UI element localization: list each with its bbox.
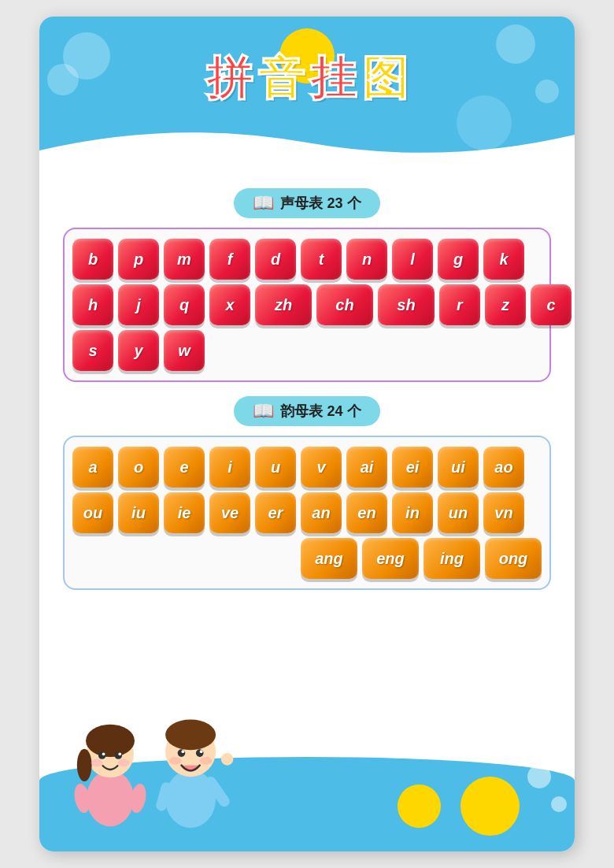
svg-point-15 bbox=[178, 749, 186, 757]
title-char-2: 音 bbox=[258, 48, 304, 109]
key-u: u bbox=[255, 447, 296, 488]
main-content: 📖 声母表 23 个 b p m f d t n l g k h j bbox=[39, 174, 575, 710]
key-h: h bbox=[72, 284, 113, 325]
bottom-circle-4 bbox=[551, 796, 567, 812]
key-un: un bbox=[438, 492, 479, 533]
bottom-circle-2 bbox=[460, 777, 520, 836]
key-ei: ei bbox=[392, 447, 433, 488]
key-g: g bbox=[438, 239, 479, 280]
poster-title: 拼 音 挂 图 bbox=[206, 48, 408, 109]
key-iu: iu bbox=[118, 492, 159, 533]
deco-circle-3 bbox=[496, 24, 535, 64]
shengmu-grid: b p m f d t n l g k h j q x zh ch sh r bbox=[63, 228, 551, 382]
svg-point-18 bbox=[200, 750, 203, 753]
key-k: k bbox=[483, 239, 524, 280]
key-w: w bbox=[164, 330, 205, 371]
shengmu-row-1: b p m f d t n l g k bbox=[72, 239, 542, 280]
key-c: c bbox=[531, 284, 571, 325]
key-z: z bbox=[485, 284, 526, 325]
key-e: e bbox=[164, 447, 205, 488]
key-ou: ou bbox=[72, 492, 113, 533]
svg-point-4 bbox=[98, 751, 105, 759]
deco-circle-2 bbox=[47, 64, 79, 95]
key-vn: vn bbox=[483, 492, 524, 533]
shengmu-label-area: 📖 声母表 23 个 bbox=[63, 188, 551, 218]
key-ong: ong bbox=[485, 538, 542, 579]
title-char-3: 挂 bbox=[310, 48, 356, 109]
shengmu-label: 📖 声母表 23 个 bbox=[234, 188, 379, 218]
shengmu-row-2: h j q x zh ch sh r z c bbox=[72, 284, 542, 325]
yunmu-row-2: ou iu ie ve er an en in un vn bbox=[72, 492, 542, 533]
key-zh: zh bbox=[255, 284, 312, 325]
key-n: n bbox=[346, 239, 387, 280]
title-char-4: 图 bbox=[362, 48, 408, 109]
key-a: a bbox=[72, 447, 113, 488]
key-x: x bbox=[209, 284, 250, 325]
key-ch: ch bbox=[316, 284, 373, 325]
svg-point-17 bbox=[181, 750, 184, 753]
key-ve: ve bbox=[209, 492, 250, 533]
key-ao: ao bbox=[483, 447, 524, 488]
key-t: t bbox=[301, 239, 342, 280]
header: 拼 音 挂 图 bbox=[39, 17, 575, 174]
yunmu-grid: a o e i u v ai ei ui ao ou iu ie ve er a… bbox=[63, 436, 551, 590]
key-d: d bbox=[255, 239, 296, 280]
yunmu-label-area: 📖 韵母表 24 个 bbox=[63, 396, 551, 426]
svg-point-16 bbox=[196, 749, 204, 757]
svg-point-19 bbox=[169, 757, 182, 765]
book-icon-1: 📖 bbox=[253, 193, 274, 213]
key-ing: ing bbox=[424, 538, 480, 579]
key-en: en bbox=[346, 492, 387, 533]
header-wave bbox=[39, 119, 575, 174]
poster: 拼 音 挂 图 📖 声母表 23 个 b p m f d t bbox=[39, 17, 575, 851]
yunmu-label-text: 韵母表 24 个 bbox=[280, 402, 361, 421]
svg-point-6 bbox=[102, 752, 105, 755]
key-sh: sh bbox=[378, 284, 435, 325]
key-q: q bbox=[164, 284, 205, 325]
key-ang: ang bbox=[301, 538, 357, 579]
yunmu-label: 📖 韵母表 24 个 bbox=[234, 396, 379, 426]
key-y: y bbox=[118, 330, 159, 371]
bottom-area bbox=[39, 710, 575, 851]
key-ie: ie bbox=[164, 492, 205, 533]
key-ui: ui bbox=[438, 447, 479, 488]
key-s: s bbox=[72, 330, 113, 371]
key-er: er bbox=[255, 492, 296, 533]
svg-point-3 bbox=[77, 749, 92, 781]
yunmu-row-1: a o e i u v ai ei ui ao bbox=[72, 447, 542, 488]
svg-point-2 bbox=[86, 725, 135, 757]
svg-point-8 bbox=[91, 759, 103, 766]
key-in: in bbox=[392, 492, 433, 533]
svg-point-14 bbox=[165, 719, 216, 750]
key-p: p bbox=[118, 239, 159, 280]
key-v: v bbox=[301, 447, 342, 488]
key-l: l bbox=[392, 239, 433, 280]
svg-point-0 bbox=[87, 770, 134, 826]
svg-point-5 bbox=[115, 751, 122, 759]
key-b: b bbox=[72, 239, 113, 280]
key-eng: eng bbox=[362, 538, 419, 579]
title-char-1: 拼 bbox=[206, 48, 252, 109]
bottom-circle-1 bbox=[398, 785, 441, 828]
bottom-circle-3 bbox=[527, 765, 551, 788]
key-r: r bbox=[439, 284, 480, 325]
book-icon-2: 📖 bbox=[253, 401, 274, 421]
svg-point-20 bbox=[200, 757, 213, 765]
key-i: i bbox=[209, 447, 250, 488]
key-o: o bbox=[118, 447, 159, 488]
yunmu-row-3: ang eng ing ong bbox=[72, 538, 542, 579]
key-ai: ai bbox=[346, 447, 387, 488]
deco-circle-4 bbox=[535, 80, 559, 103]
key-j: j bbox=[118, 284, 159, 325]
shengmu-row-3: s y w bbox=[72, 330, 542, 371]
shengmu-label-text: 声母表 23 个 bbox=[280, 194, 361, 213]
svg-point-9 bbox=[117, 759, 129, 766]
key-f: f bbox=[209, 239, 250, 280]
svg-point-7 bbox=[118, 752, 121, 755]
svg-point-22 bbox=[221, 753, 234, 766]
key-an: an bbox=[301, 492, 342, 533]
key-m: m bbox=[164, 239, 205, 280]
boy-character bbox=[142, 710, 244, 832]
